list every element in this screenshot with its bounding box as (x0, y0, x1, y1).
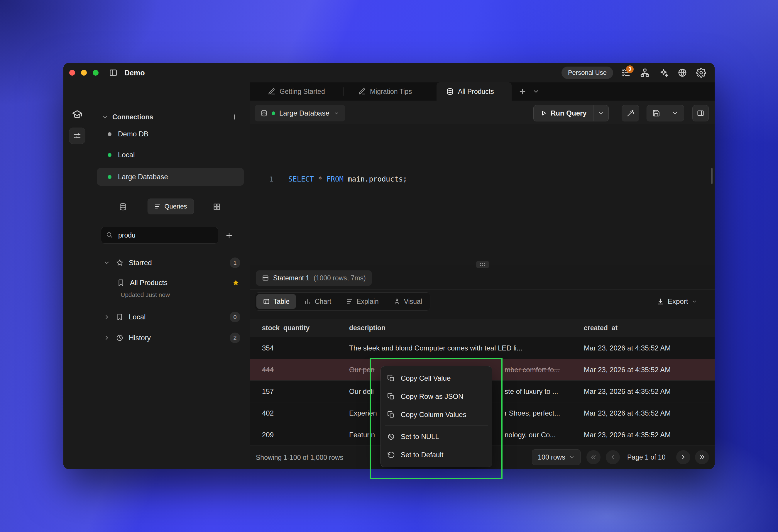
icon-rail (63, 82, 91, 469)
copy-icon (387, 411, 395, 419)
connection-status-dot (108, 132, 111, 136)
query-item-all-products[interactable]: All Products (91, 274, 250, 291)
database-icon (446, 88, 454, 95)
page-size-selector[interactable]: 100 rows (532, 449, 580, 465)
results-header-row: stock_quantity description created_at (250, 319, 715, 337)
bar-chart-icon (304, 298, 311, 305)
connection-selector[interactable]: Large Database (255, 105, 345, 121)
sidebar-toggle-button[interactable] (108, 68, 118, 77)
tab-list-chevron[interactable] (529, 85, 543, 98)
ai-sparkles-button[interactable] (658, 66, 670, 79)
section-local[interactable]: Local 0 (91, 309, 250, 325)
menu-item-copy-column-values[interactable]: Copy Column Values (383, 406, 490, 424)
minimize-button[interactable] (81, 70, 87, 76)
connection-item-demo-db[interactable]: Demo DB (97, 126, 244, 142)
new-query-button[interactable] (223, 230, 235, 241)
query-item-subtitle: Updated Just now (121, 291, 170, 298)
add-connection-button[interactable] (231, 113, 238, 121)
queries-icon (154, 203, 161, 210)
learn-icon[interactable] (72, 109, 82, 121)
next-page-button[interactable] (676, 450, 690, 464)
first-page-button[interactable] (587, 450, 601, 464)
menu-item-copy-cell-value[interactable]: Copy Cell Value (383, 369, 490, 387)
bookmark-icon (117, 279, 125, 286)
chevron-down-icon[interactable] (102, 114, 108, 120)
save-query-button[interactable] (647, 105, 666, 121)
personal-use-button[interactable]: Personal Use (561, 67, 613, 79)
ban-icon (387, 433, 395, 441)
favorite-star-icon[interactable] (232, 279, 240, 286)
connection-status-dot (108, 153, 111, 157)
column-header-created-at[interactable]: created_at (584, 324, 618, 332)
local-count-badge: 0 (230, 312, 240, 322)
view-tab-chart[interactable]: Chart (298, 294, 338, 309)
panel-right-icon (696, 109, 705, 117)
run-query-dropdown[interactable] (593, 105, 608, 121)
bookmark-icon (116, 313, 124, 321)
column-header-stock-quantity[interactable]: stock_quantity (262, 324, 310, 332)
save-dropdown[interactable] (666, 105, 684, 121)
tab-migration-tips[interactable]: Migration Tips (358, 82, 412, 101)
chevron-down-icon (103, 260, 110, 266)
table-row[interactable]: 354 The sleek and blond Computer comes w… (250, 337, 715, 359)
view-tab-explain[interactable]: Explain (339, 294, 385, 309)
database-icon (260, 110, 267, 117)
connections-header: Connections (91, 111, 250, 123)
connection-status-dot (108, 175, 111, 179)
tables-tab-icon[interactable] (119, 203, 127, 211)
sql-editor[interactable]: 1 SELECT * FROM main.products; (250, 124, 715, 265)
section-history[interactable]: History 2 (91, 330, 250, 346)
menu-divider (385, 426, 488, 426)
run-query-button[interactable]: Run Query (534, 105, 593, 121)
connection-item-large-database[interactable]: Large Database (97, 168, 244, 186)
run-query-group: Run Query (533, 105, 609, 121)
starred-count-badge: 1 (230, 258, 240, 268)
copy-icon (387, 393, 395, 400)
list-icon (346, 298, 353, 305)
view-tab-visual[interactable]: Visual (387, 294, 429, 309)
view-tab-table[interactable]: Table (256, 294, 296, 309)
settings-button[interactable] (695, 66, 707, 79)
cell-context-menu: Copy Cell Value Copy Row as JSON Copy Co… (381, 366, 492, 467)
new-tab-button[interactable] (516, 85, 529, 98)
zoom-button[interactable] (93, 70, 98, 76)
close-button[interactable] (69, 70, 75, 76)
chevron-down-icon (691, 298, 697, 304)
statement-meta: (1000 rows, 7ms) (314, 274, 366, 282)
star-icon (116, 259, 124, 267)
statement-tab[interactable]: Statement 1 (1000 rows, 7ms) (256, 270, 372, 286)
search-input[interactable] (101, 227, 218, 244)
pen-icon (358, 88, 366, 95)
tasks-button[interactable]: 3 (620, 66, 632, 79)
format-query-button[interactable] (622, 105, 639, 121)
toggle-panel-button[interactable] (692, 105, 709, 121)
menu-item-set-to-null[interactable]: Set to NULL (383, 428, 490, 446)
menu-item-copy-row-as-json[interactable]: Copy Row as JSON (383, 387, 490, 406)
chevron-right-icon (103, 314, 110, 320)
globe-button[interactable] (677, 66, 688, 79)
tab-queries[interactable]: Queries (148, 198, 194, 214)
table-icon (262, 274, 269, 281)
connection-item-local[interactable]: Local (97, 147, 244, 163)
column-header-description[interactable]: description (349, 324, 385, 332)
tab-all-products[interactable]: All Products (437, 82, 512, 101)
schema-button[interactable] (639, 66, 651, 79)
tab-getting-started[interactable]: Getting Started (268, 82, 325, 101)
previous-page-button[interactable] (606, 450, 620, 464)
chevron-right-icon (103, 335, 110, 341)
resize-handle[interactable] (476, 261, 489, 268)
tab-separator (429, 87, 429, 96)
connections-rail-button[interactable] (69, 127, 85, 144)
apps-tab-icon[interactable] (213, 203, 221, 211)
history-clock-icon (116, 334, 124, 342)
magic-wand-icon (626, 109, 634, 117)
play-icon (540, 110, 547, 117)
menu-item-set-to-default[interactable]: Set to Default (383, 446, 490, 464)
editor-scrollbar[interactable] (711, 168, 713, 184)
app-window: Demo Personal Use 3 Connections Demo DB (63, 63, 715, 469)
download-icon (656, 298, 664, 305)
export-button[interactable]: Export (656, 292, 697, 311)
last-page-button[interactable] (695, 450, 709, 464)
save-icon (652, 109, 660, 117)
section-starred[interactable]: Starred 1 (91, 255, 250, 271)
